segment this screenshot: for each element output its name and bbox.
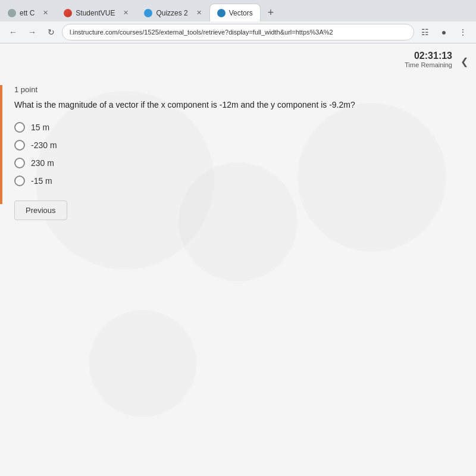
browser-chrome: ett C ✕ StudentVUE ✕ Quizzes 2 ✕ Vectors… [0, 0, 476, 43]
chevron-button[interactable]: ❮ [457, 51, 471, 72]
tab-favicon-quizzes [144, 9, 152, 17]
tab-favicon-studentvue [64, 9, 72, 17]
radio-option-4[interactable] [14, 176, 25, 186]
question-text: What is the magnitude of a vector if the… [14, 99, 462, 111]
address-input[interactable] [62, 24, 414, 40]
option-label-3: 230 m [31, 158, 54, 168]
option-1[interactable]: 15 m [14, 122, 462, 133]
tab-label-vectors: Vectors [229, 9, 253, 17]
profile-button[interactable]: ● [436, 24, 452, 40]
timer-value: 02:31:13 [405, 51, 452, 61]
tab-bar: ett C ✕ StudentVUE ✕ Quizzes 2 ✕ Vectors… [0, 0, 476, 21]
option-4[interactable]: -15 m [14, 176, 462, 186]
option-3[interactable]: 230 m [14, 158, 462, 168]
tab-1[interactable]: ett C ✕ [0, 4, 56, 21]
page-content: 02:31:13 Time Remaining ❮ 1 point What i… [0, 43, 476, 476]
tab-quizzes[interactable]: Quizzes 2 ✕ [136, 4, 209, 21]
option-label-2: -230 m [31, 140, 57, 150]
extensions-button[interactable]: ☷ [416, 24, 433, 40]
tab-close-quizzes[interactable]: ✕ [192, 9, 202, 17]
tab-close-1[interactable]: ✕ [38, 9, 48, 17]
tab-label-studentvue: StudentVUE [76, 9, 115, 17]
tab-close-studentvue[interactable]: ✕ [118, 9, 129, 17]
back-button[interactable]: ← [5, 24, 21, 40]
tab-studentvue[interactable]: StudentVUE ✕ [56, 4, 136, 21]
point-label: 1 point [14, 85, 462, 94]
question-container: 1 point What is the magnitude of a vecto… [0, 85, 476, 220]
timer-area: 02:31:13 Time Remaining [405, 51, 452, 68]
tab-label-quizzes: Quizzes 2 [156, 9, 187, 17]
forward-button[interactable]: → [24, 24, 40, 40]
radio-option-2[interactable] [14, 140, 25, 151]
tab-label-1: ett C [20, 9, 35, 17]
radio-option-3[interactable] [14, 158, 25, 168]
option-label-1: 15 m [31, 123, 49, 132]
address-bar-row: ← → ↻ ☷ ● ⋮ [0, 21, 476, 43]
menu-button[interactable]: ⋮ [455, 24, 471, 40]
tab-vectors[interactable]: Vectors [209, 4, 261, 21]
options-list: 15 m -230 m 230 m -15 m [14, 122, 462, 186]
previous-button[interactable]: Previous [14, 201, 67, 220]
reload-button[interactable]: ↻ [43, 24, 60, 40]
option-2[interactable]: -230 m [14, 140, 462, 151]
tab-favicon-1 [8, 9, 16, 17]
timer-label: Time Remaining [405, 61, 452, 68]
radio-option-1[interactable] [14, 122, 25, 133]
option-label-4: -15 m [31, 176, 52, 186]
tab-favicon-vectors [217, 9, 226, 17]
new-tab-button[interactable]: + [261, 4, 281, 21]
